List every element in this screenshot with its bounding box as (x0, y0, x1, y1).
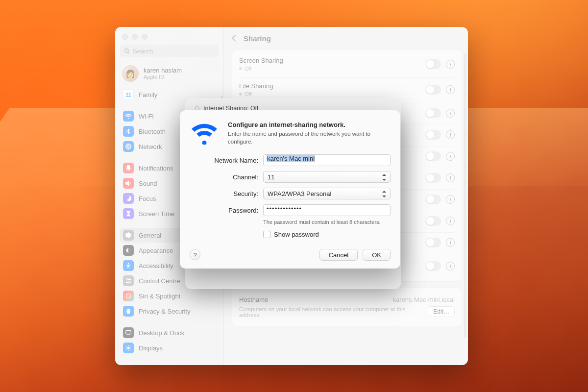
svg-point-0 (126, 93, 128, 95)
svg-point-1 (129, 93, 131, 95)
chevron-updown-icon (381, 190, 387, 198)
hostname-value: karens-Mac-mini.local (393, 296, 455, 303)
ok-button[interactable]: OK (363, 249, 391, 261)
info-icon[interactable]: i (446, 173, 455, 182)
bluetooth-icon (123, 126, 134, 137)
toggle[interactable] (425, 195, 441, 204)
content-header: Sharing (224, 27, 462, 49)
info-icon[interactable]: i (446, 238, 455, 247)
edit-button[interactable]: Edit… (428, 306, 455, 317)
svg-point-8 (129, 281, 131, 283)
zoom-icon[interactable] (142, 34, 147, 40)
sidebar-item-siri-spotlight[interactable]: Siri & Spotlight (120, 289, 219, 303)
dock-icon (123, 327, 134, 338)
sidebar-item-label: Desktop & Dock (139, 329, 184, 337)
row-screen-sharing[interactable]: Screen Sharing Off i (232, 52, 462, 77)
hand-icon (123, 306, 134, 317)
dialog-subtitle: Enter the name and password of the netwo… (228, 130, 380, 146)
accessibility-icon (123, 260, 134, 271)
sidebar-item-label: Control Centre (139, 277, 180, 285)
content-scrollbar[interactable] (464, 53, 466, 338)
sidebar-item-label: Focus (139, 195, 156, 202)
siri-icon (123, 291, 134, 301)
sidebar-item-displays[interactable]: Displays (120, 341, 219, 355)
hostname-panel: Hostname karens-Mac-mini.local Computers… (232, 288, 462, 326)
close-icon[interactable] (122, 34, 128, 40)
sidebar-item-label: Displays (139, 344, 163, 352)
info-icon[interactable]: i (446, 152, 455, 161)
info-icon[interactable]: i (446, 109, 455, 118)
help-button[interactable]: ? (190, 249, 200, 260)
status-dot-icon (239, 67, 242, 70)
toggle[interactable] (425, 59, 441, 69)
search-placeholder: Search (133, 48, 153, 55)
info-icon[interactable]: i (446, 60, 455, 69)
sidebar-item-label: General (139, 232, 161, 239)
sidebar-item-label: Notifications (139, 165, 173, 172)
svg-point-7 (126, 278, 128, 280)
hostname-label: Hostname (239, 296, 268, 303)
info-icon[interactable]: i (446, 85, 455, 94)
back-button[interactable] (232, 35, 239, 42)
info-icon[interactable]: i (446, 262, 455, 270)
sidebar-item-label: Siri & Spotlight (139, 293, 180, 300)
toggle[interactable] (425, 238, 441, 247)
toggle[interactable] (425, 85, 441, 95)
info-icon[interactable]: i (446, 130, 455, 139)
user-sub: Apple ID (144, 74, 182, 80)
svg-rect-11 (127, 335, 130, 335)
avatar: 👩 (122, 65, 139, 82)
toggle[interactable] (425, 216, 441, 226)
toggle[interactable] (425, 108, 441, 118)
dialog-title: Configure an internet-sharing network. (228, 121, 380, 128)
user-name: karen haslam (144, 67, 182, 74)
gear-icon (123, 230, 134, 241)
search-icon (124, 48, 130, 54)
channel-select[interactable]: 11 (263, 171, 391, 183)
brightness-icon (123, 343, 134, 353)
chevron-updown-icon (381, 173, 387, 181)
sidebar-item-label: Privacy & Security (139, 308, 190, 315)
toggle[interactable] (425, 173, 441, 183)
toggle[interactable] (425, 261, 441, 271)
sidebar-item-label: Family (139, 91, 157, 98)
sliders-icon (123, 275, 134, 286)
label-security: Security: (190, 190, 258, 197)
sidebar-user[interactable]: 👩 karen haslam Apple ID (120, 62, 219, 87)
search-input[interactable]: Search (120, 45, 219, 57)
sidebar-item-desktop-dock[interactable]: Desktop & Dock (120, 325, 219, 340)
hostname-desc: Computers on your local network can acce… (239, 306, 423, 318)
label-channel: Channel: (190, 173, 258, 181)
family-icon (123, 89, 134, 100)
svg-rect-10 (126, 331, 131, 334)
toggle[interactable] (425, 130, 441, 140)
cancel-button[interactable]: Cancel (319, 249, 358, 261)
window-controls (115, 32, 223, 45)
toggle[interactable] (425, 151, 441, 161)
sidebar-item-label: Accessibility (139, 262, 173, 270)
label-network-name: Network Name: (190, 157, 258, 164)
appearance-icon (123, 245, 134, 256)
minimize-icon[interactable] (132, 34, 138, 40)
sound-icon (123, 178, 134, 189)
configure-network-dialog: Configure an internet-sharing network. E… (180, 110, 400, 269)
show-password-checkbox[interactable] (263, 231, 270, 238)
info-icon[interactable]: i (446, 217, 455, 225)
network-name-input[interactable]: karen's Mac mini (263, 154, 391, 166)
sidebar-item-label: Sound (139, 180, 157, 187)
dialog-form: Network Name: karen's Mac mini Channel: … (190, 154, 391, 238)
hourglass-icon (123, 208, 134, 219)
sidebar-item-label: Screen Time (139, 210, 174, 218)
moon-icon (123, 193, 134, 204)
show-password-label: Show password (274, 231, 319, 238)
security-select[interactable]: WPA2/WPA3 Personal (263, 188, 391, 199)
sidebar-item-privacy-security[interactable]: Privacy & Security (120, 304, 219, 318)
svg-point-12 (127, 346, 129, 349)
wifi-icon (123, 111, 134, 122)
svg-point-4 (128, 263, 129, 265)
wifi-icon (190, 121, 219, 145)
sidebar-item-label: Wi-Fi (139, 113, 153, 120)
sidebar-item-label: Bluetooth (139, 128, 166, 135)
password-input[interactable]: ••••••••••••• (263, 204, 391, 216)
info-icon[interactable]: i (446, 195, 455, 204)
